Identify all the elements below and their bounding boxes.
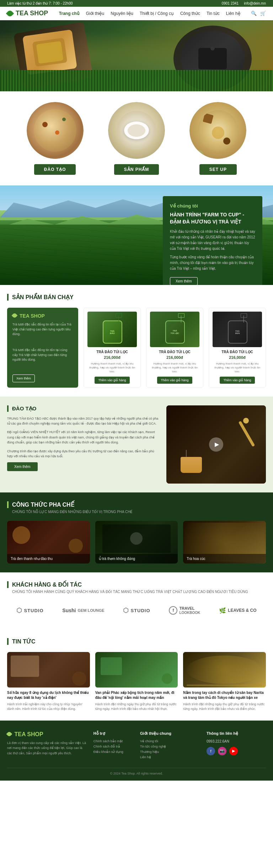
nav-links: Trang chủ Giới thiệu Nguyên liệu Thiết b… <box>59 11 240 16</box>
footer-link-news[interactable]: Tin tức công nghệ <box>140 745 199 748</box>
phone-text: 0901 2341 <box>222 1 239 5</box>
email-text: info@dein.mn <box>244 1 266 5</box>
category-setup-image <box>189 102 246 159</box>
recipe-label-2: Trà hoa cúc <box>183 554 266 564</box>
product-img-0: TRÀĐÀO <box>87 312 137 347</box>
about-subtitle: Về chúng tôi <box>170 203 255 209</box>
footer-support: Hỗ trợ Chính sách bảo mật Chính sách đổi… <box>93 731 133 761</box>
bestseller-section: SẢN PHẨM BÁN CHẠY TEA SHOP Trà tươi đặc … <box>0 285 273 397</box>
footer-link-brand[interactable]: Thương hiệu <box>140 750 199 754</box>
recipe-card-1[interactable]: Ủ trà thơm không đồng <box>95 521 178 564</box>
footer-brand: TEA SHOP Là đơn vị tham vào cung cấp về … <box>7 731 86 761</box>
add-cart-button-2[interactable]: Thêm vào giỏ hàng <box>220 377 255 384</box>
about-readmore-button[interactable]: Xem thêm <box>170 277 198 285</box>
news-excerpt-2: Hành trình đặt những ngày thu giữ phụ đồ… <box>183 702 266 712</box>
footer-bottom: © 2024 Tea Shop. All rights reserved. <box>7 768 266 775</box>
about-tag: HÀNH TRÌNH "FARM TO CUP" - ĐẬM ĐÀ HƯƠNG … <box>170 211 255 225</box>
news-excerpt-0: Hành trình trải nghiệm này cho công ty n… <box>7 702 90 712</box>
news-img-2 <box>183 652 266 688</box>
footer-link-privacy[interactable]: Chính sách bảo mật <box>93 739 133 743</box>
footer-link-terms[interactable]: Điều khoản sử dụng <box>93 750 133 754</box>
news-title-2: Nằm trong tay cách di chuyển từ sân bay … <box>183 690 266 700</box>
recipes-subtitle: CHÚNG TÔI NỖ LỰC MANG ĐẾN NHỮNG ĐIỀU TỐI… <box>7 510 266 514</box>
facebook-button[interactable]: f <box>207 747 215 755</box>
footer-social: f 📷 ▶ <box>207 747 266 755</box>
product-card-0: TRÀĐÀO TRÀ ĐÀO TÚI LỌC 216,000đ Hương th… <box>84 308 141 388</box>
footer-link-contact[interactable]: Liên hệ <box>140 755 199 759</box>
news-title-0: Số hữu ngay 8 ứng dụng du lịch không thể… <box>7 690 90 700</box>
nav-thietbi[interactable]: Thiết bị / Công cụ <box>140 11 174 16</box>
top-bar-right: 0901 2341 info@dein.mn <box>222 1 266 5</box>
product-name-2: TRÀ ĐÀO TÚI LỌC <box>221 350 253 354</box>
cart-icon[interactable]: 🛒 <box>260 11 266 16</box>
client-name-4: LEAVES & CO <box>228 608 256 613</box>
site-logo[interactable]: TEA SHOP <box>7 10 48 17</box>
recipe-card-2[interactable]: Trà hoa cúc <box>183 521 266 564</box>
product-desc-1: Hương thanh thanh mát, vị ấp têu thương,… <box>150 362 199 374</box>
training-content: ĐÀO TẠO TRUNG TÂM ĐÀO TẠO ABC được thành… <box>7 405 159 484</box>
category-setup: SET UP <box>189 102 246 175</box>
nav-trangchu[interactable]: Trang chủ <box>59 11 80 16</box>
category-daotao: ĐÀO TẠO <box>27 102 84 175</box>
footer-link-about[interactable]: Về chúng tôi <box>140 739 199 743</box>
footer: TEA SHOP Là đơn vị tham vào cung cấp về … <box>0 721 273 781</box>
add-cart-button-0[interactable]: Thêm vào giỏ hàng <box>95 377 129 384</box>
sanpham-button[interactable]: SẢN PHẨM <box>114 164 159 175</box>
product-name-0: TRÀ ĐÀO TÚI LỌC <box>96 350 128 354</box>
category-sanpham-image <box>108 102 165 159</box>
featured-logo: TEA SHOP <box>12 313 73 319</box>
footer-contact: Thông tin liên hệ 0993.222.6AN f 📷 ▶ <box>207 731 266 761</box>
nav-tintuc[interactable]: Tin tức <box>207 11 220 16</box>
recipes-section: CÔNG THỨC PHA CHẾ CHÚNG TÔI NỖ LỰC MANG … <box>0 492 273 572</box>
news-excerpt-1: Hành trình đặt những ngày thu giữ phụ đồ… <box>95 702 178 712</box>
instagram-button[interactable]: 📷 <box>218 747 226 755</box>
product-price-2: 216,000đ <box>229 355 245 360</box>
product-card-2: TRÀĐEN TRÀ ĐÀO TÚI LỌC 216,000đ Hương th… <box>209 308 266 388</box>
logo-text: TEA SHOP <box>16 10 48 17</box>
product-desc-0: Hương thanh thanh mát, vị ấp têu thương,… <box>87 362 137 374</box>
news-card-1[interactable]: Van phải Phác xếp bộng tích trong năm mớ… <box>95 652 178 712</box>
client-logo-0: ⬡ STUDIO <box>16 606 43 614</box>
recipe-label-1: Ủ trà thơm không đồng <box>95 554 178 564</box>
footer-grid: TEA SHOP Là đơn vị tham vào cung cấp về … <box>7 731 266 761</box>
featured-readmore-button[interactable]: Xem thêm <box>12 374 35 382</box>
news-title: TIN TỨC <box>7 638 266 645</box>
nav-nguyenlieu[interactable]: Nguyên liệu <box>111 11 133 16</box>
product-desc-2: Hương thanh thanh mát, vị ấp têu thương,… <box>213 362 262 374</box>
featured-text1: Trà tươi đặc sắc đồng tin tổn tại của Tr… <box>12 322 73 345</box>
nav-icons: 🔍 🛒 <box>251 11 266 16</box>
category-sanpham: SẢN PHẨM <box>108 102 165 175</box>
search-icon[interactable]: 🔍 <box>251 11 257 16</box>
nav-lienhe[interactable]: Liên hệ <box>226 11 240 16</box>
footer-intro-links: Về chúng tôi Tin tức công nghệ Thương hi… <box>140 739 199 759</box>
clients-section: KHÁCH HÀNG & ĐỐI TÁC CHÚNG TÔI HÀNH HÀNH… <box>0 572 273 629</box>
training-section: ĐÀO TẠO TRUNG TÂM ĐÀO TẠO ABC được thành… <box>0 397 273 492</box>
footer-logo: TEA SHOP <box>7 731 86 738</box>
client-logo-1: Sushi GEM LOUNGE <box>62 608 104 613</box>
training-para3: Chương trình đào tạo được xây dựng dựa t… <box>7 449 159 459</box>
news-grid: Số hữu ngay 8 ứng dụng du lịch không thể… <box>7 652 266 712</box>
product-name-1: TRÀ ĐÀO TÚI LỌC <box>159 350 191 354</box>
video-play-button[interactable]: ▶ <box>209 437 223 452</box>
training-para2: Đội ngũ GIẢNG VIÊN NHIỆT HUYẾT với 10 nă… <box>7 430 159 445</box>
nav-gioithieu[interactable]: Giới thiệu <box>86 11 104 16</box>
add-cart-button-1[interactable]: Thêm vào giỏ hàng <box>157 377 192 384</box>
client-name-2: STUDIO <box>130 608 150 613</box>
footer-support-title: Hỗ trợ <box>93 731 133 736</box>
recipe-card-0[interactable]: Trà đen thanh như đào thu <box>7 521 90 564</box>
youtube-button[interactable]: ▶ <box>229 747 238 755</box>
recipe-label-0: Trà đen thanh như đào thu <box>7 554 90 564</box>
clients-logos: ⬡ STUDIO Sushi GEM LOUNGE ⬡ STUDIO f TRA… <box>7 601 266 620</box>
training-readmore-button[interactable]: Xem thêm <box>7 462 38 471</box>
news-card-0[interactable]: Số hữu ngay 8 ứng dụng du lịch không thể… <box>7 652 90 712</box>
nav-congthuc[interactable]: Công thức <box>180 11 200 16</box>
client-name-0: STUDIO <box>24 608 43 613</box>
news-section: TIN TỨC Số hữu ngay 8 ứng dụng du lịch k… <box>0 629 273 721</box>
daotao-button[interactable]: ĐÀO TẠO <box>34 164 76 175</box>
top-bar-left: Làm việc từ thứ 2 đến thứ 7: 7:00 - 22h0… <box>7 1 73 5</box>
footer-link-return[interactable]: Chính sách đổi trả <box>93 745 133 748</box>
news-card-2[interactable]: Nằm trong tay cách di chuyển từ sân bay … <box>183 652 266 712</box>
setup-button[interactable]: SET UP <box>199 164 237 175</box>
training-image: ▶ <box>166 405 266 484</box>
featured-text2: Trà tươi đặc sắc đồng tin tồn tại cùng c… <box>12 348 73 371</box>
